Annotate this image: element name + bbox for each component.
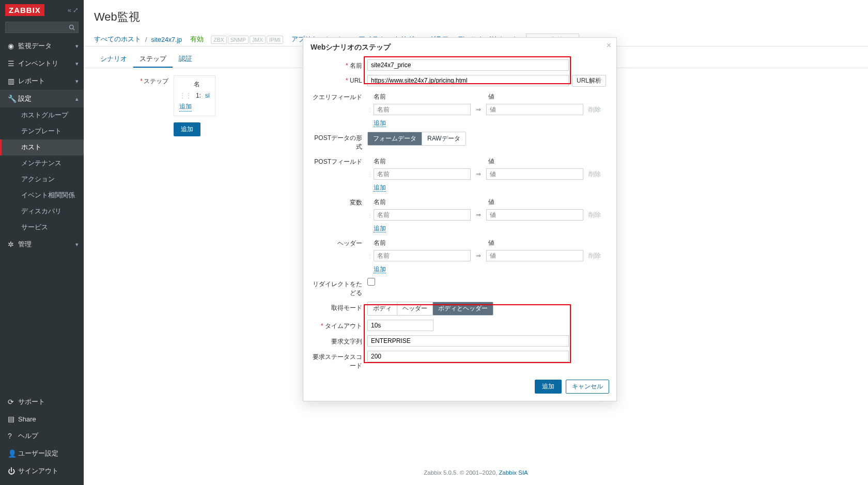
dialog-add-button[interactable]: 追加 — [535, 380, 562, 394]
tab-steps[interactable]: ステップ — [133, 52, 173, 68]
status-codes-input[interactable] — [367, 351, 569, 362]
dialog-cancel-button[interactable]: キャンセル — [566, 380, 609, 394]
sidebar-sub-templates[interactable]: テンプレート — [0, 123, 84, 139]
sidebar-sub-hostgroups[interactable]: ホストグループ — [0, 107, 84, 123]
query-name-input[interactable] — [374, 104, 471, 115]
drag-handle-icon[interactable]: ⋮⋮ — [367, 171, 374, 177]
delete-link[interactable]: 削除 — [588, 211, 601, 220]
close-icon[interactable]: × — [607, 41, 611, 50]
tab-auth[interactable]: 認証 — [173, 52, 198, 68]
post-row: ⋮⋮ ⇒ 削除 — [367, 167, 609, 181]
prot-ipmi: IPMI — [267, 36, 283, 44]
step-url-input[interactable] — [367, 75, 569, 86]
retrieve-headers[interactable]: ヘッダー — [397, 302, 433, 315]
retrieve-mode-toggle: ボディ ヘッダー ボディとヘッダー — [367, 302, 493, 316]
prot-zbx: ZBX — [211, 36, 226, 44]
dialog-step: × Webシナリオのステップ * 名前 * URL URL解析 クエリフィールド… — [303, 37, 617, 401]
timeout-input[interactable] — [367, 320, 433, 331]
step-row[interactable]: ⋮⋮ 1: si — [179, 90, 210, 101]
drag-handle-icon[interactable]: ⋮⋮ — [367, 107, 374, 113]
sidebar-sub-actions[interactable]: アクション — [0, 171, 84, 187]
steps-table: 名 ⋮⋮ 1: si 追加 — [174, 75, 215, 116]
post-type-toggle: フォームデータ RAWデータ — [367, 132, 466, 146]
step-name-input[interactable] — [367, 59, 569, 71]
list-icon: ☰ — [8, 59, 18, 68]
user-icon: 👤 — [8, 449, 18, 458]
required-string-input[interactable] — [367, 335, 569, 347]
drag-handle-icon[interactable]: ⋮⋮ — [179, 92, 192, 99]
add-step-link[interactable]: 追加 — [179, 102, 192, 112]
chevron-down-icon: ▾ — [75, 241, 79, 248]
redirect-checkbox[interactable] — [367, 278, 375, 286]
content: Web監視 すべてのホスト / site24x7.jp 有効 ZBX SNMP … — [84, 0, 868, 485]
post-type-raw[interactable]: RAWデータ — [422, 132, 466, 145]
chevron-down-icon: ▾ — [75, 43, 79, 50]
sidebar-sub-correlation[interactable]: イベント相関関係 — [0, 187, 84, 204]
sidebar-footer-signout[interactable]: ⏻サインアウト — [0, 462, 84, 480]
sidebar-sub-services[interactable]: サービス — [0, 220, 84, 236]
sidebar-collapse[interactable]: « ⤢ — [68, 6, 79, 14]
sidebar-item-inventory[interactable]: ☰ インベントリ ▾ — [0, 55, 84, 72]
bar-icon: ▥ — [8, 77, 18, 85]
var-value-input[interactable] — [486, 209, 583, 221]
sidebar: ZABBIX « ⤢ ◉ 監視データ ▾ ☰ インベントリ ▾ ▥ — [0, 0, 84, 485]
sidebar-footer-share[interactable]: ▤Share — [0, 411, 84, 427]
add-post-link[interactable]: 追加 — [374, 184, 386, 192]
header-row: ⋮⋮ ⇒ 削除 — [367, 249, 609, 262]
search-icon — [69, 24, 75, 30]
sidebar-item-configuration[interactable]: 🔧 設定 ▴ — [0, 90, 84, 107]
arrow-right-icon: ⇒ — [471, 211, 486, 218]
sidebar-sub-maintenance[interactable]: メンテナンス — [0, 155, 84, 171]
post-name-input[interactable] — [374, 168, 471, 180]
var-row: ⋮⋮ ⇒ 削除 — [367, 208, 609, 222]
search-input[interactable] — [5, 22, 79, 33]
status-enabled: 有効 — [190, 35, 204, 44]
header-value-input[interactable] — [486, 250, 583, 261]
expand-icon: ⤢ — [73, 6, 79, 14]
delete-link[interactable]: 削除 — [588, 252, 601, 260]
footer: Zabbix 5.0.5. © 2001–2020, Zabbix SIA — [84, 470, 868, 476]
sidebar-item-monitoring[interactable]: ◉ 監視データ ▾ — [0, 37, 84, 55]
delete-link[interactable]: 削除 — [588, 170, 601, 179]
retrieve-both[interactable]: ボディとヘッダー — [433, 302, 493, 315]
sidebar-footer-help[interactable]: ?ヘルプ — [0, 427, 84, 445]
dialog-title: Webシナリオのステップ — [311, 43, 609, 52]
query-row: ⋮⋮ ⇒ 削除 — [367, 103, 609, 116]
share-icon: ▤ — [8, 415, 18, 423]
add-header-link[interactable]: 追加 — [374, 265, 386, 273]
post-value-input[interactable] — [486, 168, 583, 180]
add-query-link[interactable]: 追加 — [374, 119, 386, 127]
drag-handle-icon[interactable]: ⋮⋮ — [367, 212, 374, 218]
sidebar-sub-hosts[interactable]: ホスト — [0, 139, 84, 155]
query-value-input[interactable] — [486, 104, 583, 115]
submit-button[interactable]: 追加 — [174, 122, 200, 136]
svg-line-1 — [73, 28, 74, 30]
arrow-right-icon: ⇒ — [471, 170, 486, 178]
svg-point-0 — [70, 25, 74, 29]
sidebar-item-reports[interactable]: ▥ レポート ▾ — [0, 72, 84, 90]
sidebar-sub-discovery[interactable]: ディスカバリ — [0, 204, 84, 220]
var-name-input[interactable] — [374, 209, 471, 221]
delete-link[interactable]: 削除 — [588, 105, 601, 114]
prot-jmx: JMX — [250, 36, 266, 44]
sidebar-footer-user[interactable]: 👤ユーザー設定 — [0, 445, 84, 462]
support-icon: ⟳ — [8, 398, 18, 406]
eye-icon: ◉ — [8, 42, 18, 50]
url-parse-button[interactable]: URL解析 — [572, 75, 606, 87]
page-title: Web監視 — [84, 0, 868, 30]
chevron-double-left-icon: « — [68, 6, 71, 14]
header-name-input[interactable] — [374, 250, 471, 261]
power-icon: ⏻ — [8, 467, 18, 475]
sidebar-footer-support[interactable]: ⟳サポート — [0, 393, 84, 411]
add-var-link[interactable]: 追加 — [374, 225, 386, 232]
bc-host[interactable]: site24x7.jp — [151, 36, 182, 43]
footer-link[interactable]: Zabbix SIA — [499, 470, 528, 476]
post-type-form[interactable]: フォームデータ — [368, 132, 422, 145]
tab-scenario[interactable]: シナリオ — [94, 52, 133, 68]
arrow-right-icon: ⇒ — [471, 252, 486, 259]
drag-handle-icon[interactable]: ⋮⋮ — [367, 253, 374, 259]
bc-all-hosts[interactable]: すべてのホスト — [94, 35, 141, 44]
retrieve-body[interactable]: ボディ — [368, 302, 397, 315]
chevron-down-icon: ▾ — [75, 78, 79, 85]
sidebar-item-administration[interactable]: ✲ 管理 ▾ — [0, 236, 84, 253]
